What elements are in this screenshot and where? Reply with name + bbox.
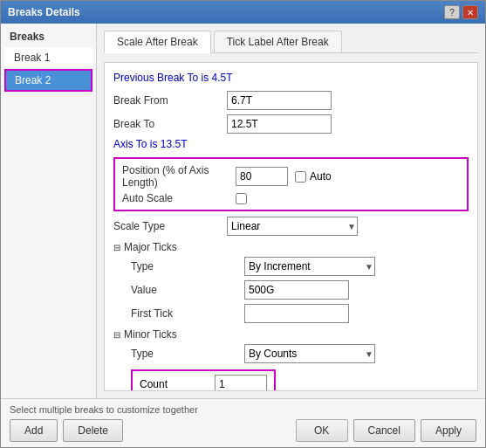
scale-type-select-wrapper: Linear Log Reciprocal Square Root ▼ bbox=[227, 217, 358, 236]
button-row: Add Delete OK Cancel Apply bbox=[10, 419, 476, 442]
tabs: Scale After Break Tick Label After Break bbox=[104, 31, 478, 53]
scale-type-select[interactable]: Linear Log Reciprocal Square Root bbox=[227, 217, 358, 236]
sidebar-item-break1[interactable]: Break 1 bbox=[4, 47, 92, 68]
major-type-label: Type bbox=[131, 260, 244, 272]
position-autoscale-group: Position (% of Axis Length) Auto Auto Sc… bbox=[113, 157, 469, 211]
minor-ticks-content: Type By Increment By Counts ▼ Count bbox=[131, 344, 469, 391]
sidebar-list: Break 1 Break 2 bbox=[1, 46, 96, 398]
sidebar: Breaks Break 1 Break 2 bbox=[1, 24, 97, 398]
cancel-button[interactable]: Cancel bbox=[353, 419, 415, 442]
main-content: Breaks Break 1 Break 2 Scale After Break… bbox=[1, 24, 485, 398]
title-bar-controls: ? ✕ bbox=[444, 5, 478, 19]
delete-button[interactable]: Delete bbox=[63, 419, 123, 442]
tab-scale-after-break[interactable]: Scale After Break bbox=[104, 31, 211, 53]
tab-tick-label-after-break[interactable]: Tick Label After Break bbox=[214, 31, 342, 52]
minor-type-select-wrapper: By Increment By Counts ▼ bbox=[244, 344, 375, 363]
auto-scale-row: Auto Scale bbox=[122, 192, 460, 204]
break-to-input[interactable] bbox=[227, 114, 332, 134]
break-from-label: Break From bbox=[113, 94, 227, 107]
minor-ticks-label: Minor Ticks bbox=[124, 328, 177, 341]
major-ticks-header: ⊟ Major Ticks bbox=[113, 241, 469, 253]
scale-type-label: Scale Type bbox=[113, 220, 227, 232]
panel-content: Previous Break To is 4.5T Break From Bre… bbox=[104, 62, 478, 391]
breaks-details-window: Breaks Details ? ✕ Breaks Break 1 Break … bbox=[0, 0, 486, 448]
auto-scale-label: Auto Scale bbox=[122, 192, 236, 204]
count-input[interactable] bbox=[215, 375, 267, 391]
auto-label: Auto bbox=[310, 170, 332, 183]
apply-button[interactable]: Apply bbox=[421, 419, 476, 442]
minor-ticks-collapse-icon[interactable]: ⊟ bbox=[113, 330, 120, 340]
count-row: Count bbox=[131, 368, 469, 391]
major-ticks-label: Major Ticks bbox=[124, 241, 177, 253]
count-label: Count bbox=[140, 378, 209, 390]
prev-break-text: Previous Break To is 4.5T bbox=[113, 72, 469, 84]
major-ticks-collapse-icon[interactable]: ⊟ bbox=[113, 243, 120, 252]
value-label: Value bbox=[131, 284, 244, 296]
first-tick-row: First Tick bbox=[131, 304, 469, 323]
position-input[interactable] bbox=[236, 167, 288, 186]
major-type-select[interactable]: By Increment By Counts bbox=[244, 257, 375, 276]
value-input[interactable] bbox=[244, 280, 349, 300]
first-tick-input[interactable] bbox=[244, 304, 349, 323]
close-button[interactable]: ✕ bbox=[462, 5, 478, 19]
count-group: Count bbox=[131, 369, 276, 391]
minor-type-label: Type bbox=[131, 348, 244, 360]
auto-checkbox[interactable] bbox=[295, 171, 306, 183]
ok-button[interactable]: OK bbox=[296, 419, 348, 442]
axis-to-text: Axis To is 13.5T bbox=[113, 138, 469, 150]
sidebar-item-break2[interactable]: Break 2 bbox=[4, 69, 92, 92]
window-title: Breaks Details bbox=[8, 6, 80, 18]
add-button[interactable]: Add bbox=[10, 419, 58, 442]
position-row: Position (% of Axis Length) Auto bbox=[122, 164, 460, 189]
scale-type-row: Scale Type Linear Log Reciprocal Square … bbox=[113, 217, 469, 236]
title-bar: Breaks Details ? ✕ bbox=[1, 1, 485, 24]
major-type-select-wrapper: By Increment By Counts ▼ bbox=[244, 257, 375, 276]
major-type-row: Type By Increment By Counts ▼ bbox=[131, 257, 469, 276]
break-from-input[interactable] bbox=[227, 91, 332, 110]
minor-type-select[interactable]: By Increment By Counts bbox=[244, 344, 375, 363]
break-to-row: Break To bbox=[113, 114, 469, 134]
position-label: Position (% of Axis Length) bbox=[122, 164, 236, 189]
auto-scale-checkbox[interactable] bbox=[236, 193, 247, 204]
first-tick-label: First Tick bbox=[131, 307, 244, 320]
minor-ticks-header: ⊟ Minor Ticks bbox=[113, 328, 469, 341]
break-from-row: Break From bbox=[113, 91, 469, 110]
major-ticks-content: Type By Increment By Counts ▼ Value bbox=[131, 257, 469, 323]
hint-text: Select multiple breaks to customize toge… bbox=[10, 404, 476, 415]
value-row: Value bbox=[131, 280, 469, 300]
minor-type-row: Type By Increment By Counts ▼ bbox=[131, 344, 469, 363]
bottom-bar: Select multiple breaks to customize toge… bbox=[1, 398, 485, 447]
break-to-label: Break To bbox=[113, 118, 227, 130]
right-panel: Scale After Break Tick Label After Break… bbox=[97, 24, 485, 398]
sidebar-header: Breaks bbox=[1, 24, 96, 46]
help-button[interactable]: ? bbox=[444, 5, 460, 19]
